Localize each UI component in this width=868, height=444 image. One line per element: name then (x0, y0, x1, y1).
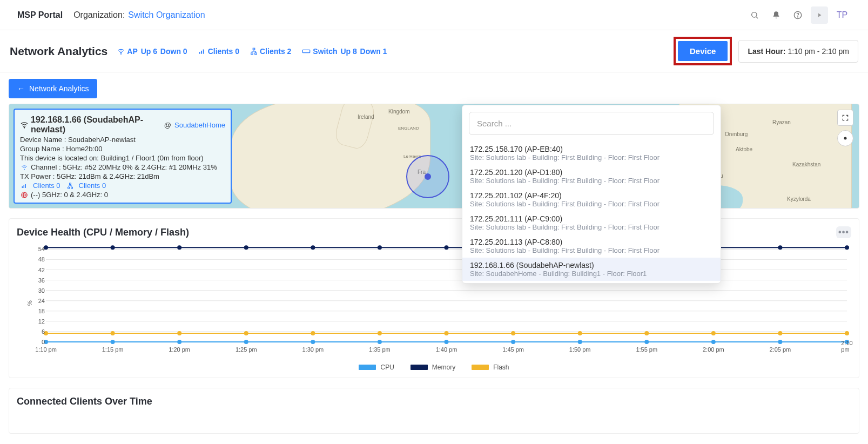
map-label: Ryazan (772, 119, 791, 125)
map-label: Ireland (358, 114, 374, 120)
search-icon[interactable] (746, 6, 763, 24)
svg-point-58 (778, 245, 782, 250)
top-bar: MSP Portal Organization: Switch Organiza… (0, 0, 868, 30)
connected-clients-title: Connected Clients Over Time (17, 396, 152, 407)
svg-point-59 (845, 245, 849, 250)
chart-xtick: 1:25 pm (235, 346, 257, 353)
legend-item[interactable]: CPU (359, 364, 394, 371)
svg-point-38 (311, 340, 315, 344)
device-site-link[interactable]: SoudabehHome (174, 121, 225, 129)
switch-stat[interactable]: Switch Up 8 Down 1 (302, 47, 388, 56)
help-icon[interactable] (789, 6, 806, 24)
svg-rect-5 (199, 52, 200, 54)
content-area: ← Network Analytics 172.25.158.170 (AP-E… (0, 72, 868, 440)
wifi-icon (20, 164, 29, 171)
svg-point-49 (177, 245, 181, 250)
device-dropdown: 172.25.158.170 (AP-EB:40)Site: Solutions… (462, 105, 721, 284)
back-network-analytics-button[interactable]: ← Network Analytics (9, 79, 97, 98)
svg-point-51 (311, 245, 315, 250)
svg-point-40 (445, 340, 449, 344)
svg-point-3 (797, 16, 798, 17)
device-dropdown-list: 172.25.158.170 (AP-EB:40)Site: Solutions… (462, 142, 721, 281)
legend-item[interactable]: Memory (411, 364, 455, 371)
user-avatar[interactable]: TP (833, 6, 851, 24)
svg-point-16 (24, 169, 25, 170)
located-value: Building1 / Floor1 (0m from floor) (101, 154, 204, 162)
device-button-highlight: Device (674, 37, 732, 65)
channel-value: 5GHz: #52 20MHz 0% & 2.4GHz: #1 20MHz 31… (63, 163, 217, 171)
switch-label: Switch (313, 47, 337, 56)
group-name-value: Home2b:00 (66, 145, 102, 153)
wired-clients-stat[interactable]: Clients 2 (250, 47, 292, 56)
wireless-clients-stat[interactable]: Clients 0 (198, 47, 240, 56)
map-fullscreen-icon[interactable] (837, 110, 853, 126)
play-icon[interactable] (811, 6, 828, 24)
map-label: Orenburg (725, 131, 748, 137)
signal-icon (20, 183, 29, 189)
chart-ytick: 48 (36, 256, 45, 263)
legend-item[interactable]: Flash (472, 364, 509, 371)
device-dropdown-item[interactable]: 172.25.201.111 (AP-C9:00)Site: Solutions… (462, 211, 721, 234)
svg-rect-21 (68, 187, 69, 189)
wireless-clients-link[interactable]: Clients 0 (33, 181, 60, 190)
chart-ytick: 0 (36, 339, 45, 345)
chart-ytick: 6 (36, 328, 45, 335)
wifi-icon (20, 120, 29, 129)
switch-organization-link[interactable]: Switch Organization (128, 10, 205, 20)
time-range-selector[interactable]: Last Hour: 1:10 pm - 2:10 pm (738, 40, 858, 63)
chart-xtick: 2:00 pm (703, 346, 724, 353)
device-dropdown-item[interactable]: 192.168.1.66 (SoudabehAP-newlast)Site: S… (462, 258, 721, 281)
breadcrumb-label: Network Analytics (29, 84, 89, 93)
map-device-marker[interactable] (406, 155, 449, 198)
txpower-value: 5GHz: 21dBm & 2.4GHz: 21dBm (57, 172, 159, 180)
svg-point-43 (644, 340, 649, 344)
wireless-clients-label: Clients 0 (208, 47, 239, 56)
device-dropdown-item[interactable]: 172.25.201.102 (AP-4F:20)Site: Solutions… (462, 188, 721, 211)
card-menu-icon[interactable]: ••• (836, 226, 851, 238)
ap-up: Up 6 (141, 47, 157, 56)
svg-rect-6 (201, 50, 202, 53)
map-locate-icon[interactable] (837, 130, 853, 146)
bell-icon[interactable] (768, 6, 785, 24)
radio-stats: (--) 5GHz: 0 & 2.4GHz: 0 (31, 191, 108, 199)
signal-icon (198, 48, 206, 55)
svg-line-1 (756, 17, 758, 18)
device-dropdown-item[interactable]: 172.25.201.120 (AP-D1:80)Site: Solutions… (462, 165, 721, 188)
chart-legend: CPUMemoryFlash (17, 364, 851, 373)
device-search-input[interactable] (469, 112, 714, 135)
chart-ytick: 36 (36, 277, 45, 284)
svg-point-41 (511, 340, 515, 344)
chart-xtick: 1:45 pm (502, 346, 524, 353)
globe-icon (20, 191, 29, 199)
map-label: Kazakhstan (792, 162, 820, 167)
svg-point-39 (378, 340, 382, 344)
device-health-card: Device Health (CPU / Memory / Flash) •••… (9, 218, 859, 378)
device-name-value: SoudabehAP-newlast (68, 136, 136, 144)
network-icon (250, 48, 258, 55)
device-dropdown-item[interactable]: 172.25.158.170 (AP-EB:40)Site: Solutions… (462, 142, 721, 165)
svg-point-14 (844, 137, 847, 140)
wired-clients-link[interactable]: Clients 0 (79, 181, 106, 190)
device-dropdown-item[interactable]: 172.25.201.113 (AP-C8:80)Site: Solutions… (462, 234, 721, 258)
map-panel[interactable]: Ireland Kingdom ENGLAND Le Havre Fra Uzu… (9, 104, 859, 208)
ap-label: AP (127, 47, 137, 56)
chart-xtick: 1:30 pm (302, 346, 324, 353)
svg-point-42 (578, 340, 582, 344)
chart-xtick: 1:20 pm (169, 346, 190, 353)
svg-point-72 (845, 331, 849, 335)
device-button[interactable]: Device (678, 41, 728, 61)
svg-point-48 (111, 245, 115, 250)
svg-rect-22 (71, 187, 72, 189)
svg-point-0 (752, 12, 757, 17)
svg-point-37 (244, 340, 248, 344)
svg-point-52 (378, 245, 382, 250)
svg-rect-8 (253, 48, 255, 50)
svg-point-36 (177, 340, 181, 344)
ap-down: Down 0 (160, 47, 187, 56)
ap-stat[interactable]: AP Up 6 Down 0 (117, 47, 188, 56)
device-health-title: Device Health (CPU / Memory / Flash) (17, 227, 189, 238)
chart-xtick: 1:40 pm (436, 346, 457, 353)
svg-point-66 (445, 331, 449, 335)
svg-point-68 (578, 331, 582, 335)
svg-point-15 (24, 127, 24, 128)
